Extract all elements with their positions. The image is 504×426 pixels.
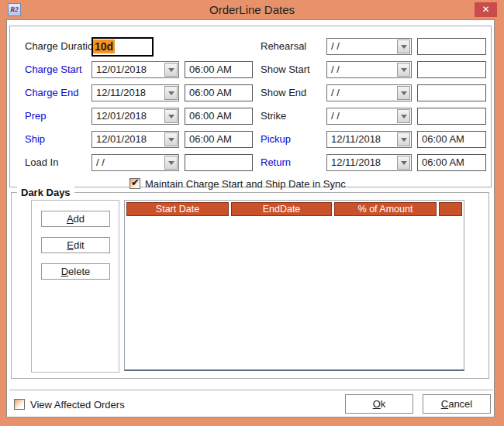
prep-label: Prep xyxy=(25,108,46,125)
chevron-down-icon[interactable] xyxy=(397,109,410,123)
prep-date-value: 12/01/2018 xyxy=(96,108,147,124)
load-in-label: Load In xyxy=(25,154,58,171)
ok-button-label: Ok xyxy=(373,395,386,413)
pickup-label: Pickup xyxy=(261,131,291,148)
orderline-dates-dialog: { "window": { "title": "OrderLine Dates"… xyxy=(0,0,504,426)
view-affected-orders-checkbox[interactable] xyxy=(14,399,25,410)
table-header-filler xyxy=(439,202,462,216)
strike-date-value: / / xyxy=(331,108,340,124)
chevron-down-icon[interactable] xyxy=(397,63,410,77)
rehearsal-time-input[interactable] xyxy=(417,38,486,55)
add-button[interactable]: Add xyxy=(41,211,110,227)
dark-days-group: Dark Days Add Edit Delete Start Date End… xyxy=(11,192,489,379)
footer-separator xyxy=(9,390,493,390)
charge-duration-input[interactable]: 10d xyxy=(91,37,154,57)
show-start-date-combo[interactable]: / / xyxy=(326,61,412,78)
cancel-button-label: Cancel xyxy=(441,395,472,413)
dates-panel: Charge Duration 10d Rehearsal / / Charge… xyxy=(9,26,492,187)
show-end-label: Show End xyxy=(261,84,306,101)
ship-time-input[interactable]: 06:00 AM xyxy=(185,131,253,148)
prep-date-combo[interactable]: 12/01/2018 xyxy=(91,108,179,125)
load-in-date-combo[interactable]: / / xyxy=(91,154,179,171)
show-start-label: Show Start xyxy=(261,61,310,78)
show-end-date-combo[interactable]: / / xyxy=(326,84,412,101)
show-start-time-input[interactable] xyxy=(417,61,486,78)
table-header-percent-amount[interactable]: % of Amount xyxy=(334,202,437,216)
cancel-button[interactable]: Cancel xyxy=(423,394,491,414)
table-header-start-date[interactable]: Start Date xyxy=(126,202,229,216)
show-end-date-value: / / xyxy=(331,85,340,101)
load-in-date-value: / / xyxy=(96,155,105,170)
show-end-time-input[interactable] xyxy=(417,84,486,101)
dark-days-legend: Dark Days xyxy=(17,187,74,198)
chevron-down-icon[interactable] xyxy=(164,156,178,170)
strike-date-combo[interactable]: / / xyxy=(326,108,412,125)
title-bar: R2 OrderLine Dates ✕ xyxy=(0,0,504,19)
delete-button-label: Delete xyxy=(61,264,91,279)
add-button-label: Add xyxy=(67,211,85,226)
chevron-down-icon[interactable] xyxy=(397,40,410,53)
edit-button-label: Edit xyxy=(67,238,84,253)
show-start-date-value: / / xyxy=(331,62,340,77)
chevron-down-icon[interactable] xyxy=(397,86,410,100)
ship-date-value: 12/01/2018 xyxy=(96,132,147,147)
chevron-down-icon[interactable] xyxy=(164,86,178,100)
strike-label: Strike xyxy=(261,108,286,125)
pickup-time-input[interactable]: 06:00 AM xyxy=(417,131,486,148)
ship-label: Ship xyxy=(25,131,45,148)
strike-time-input[interactable] xyxy=(417,108,486,125)
checkmark-icon: ✔ xyxy=(131,177,140,188)
charge-start-label: Charge Start xyxy=(25,61,82,78)
table-header-end-date[interactable]: EndDate xyxy=(231,202,332,216)
charge-start-date-value: 12/01/2018 xyxy=(96,62,147,77)
close-icon[interactable]: ✕ xyxy=(475,2,497,17)
ship-date-combo[interactable]: 12/01/2018 xyxy=(91,131,179,148)
charge-start-date-combo[interactable]: 12/01/2018 xyxy=(91,61,179,78)
charge-duration-label: Charge Duration xyxy=(25,38,98,55)
return-label: Return xyxy=(261,154,291,171)
sync-checkbox-label: Maintain Charge Start and Ship Date in S… xyxy=(145,178,346,190)
chevron-down-icon[interactable] xyxy=(397,156,410,170)
dark-days-button-panel: Add Edit Delete xyxy=(31,200,119,373)
edit-button[interactable]: Edit xyxy=(41,237,110,253)
charge-end-label: Charge End xyxy=(25,84,78,101)
charge-end-date-combo[interactable]: 12/11/2018 xyxy=(91,84,179,101)
pickup-date-value: 12/11/2018 xyxy=(331,132,381,147)
charge-duration-value: 10d xyxy=(93,40,115,53)
return-time-input[interactable]: 06:00 AM xyxy=(417,154,486,171)
sync-checkbox[interactable]: ✔ xyxy=(129,178,140,189)
chevron-down-icon[interactable] xyxy=(397,132,410,146)
window-title: OrderLine Dates xyxy=(0,0,504,19)
dark-days-table[interactable]: Start Date EndDate % of Amount xyxy=(124,200,464,371)
delete-button[interactable]: Delete xyxy=(41,263,110,280)
rehearsal-date-combo[interactable]: / / xyxy=(326,38,412,55)
return-date-value: 12/11/2018 xyxy=(331,155,381,170)
charge-end-time-input[interactable]: 06:00 AM xyxy=(185,84,253,101)
chevron-down-icon[interactable] xyxy=(164,63,178,77)
return-date-combo[interactable]: 12/11/2018 xyxy=(326,154,412,171)
load-in-time-input[interactable] xyxy=(185,154,253,171)
chevron-down-icon[interactable] xyxy=(164,109,178,123)
prep-time-input[interactable]: 06:00 AM xyxy=(185,108,253,125)
rehearsal-label: Rehearsal xyxy=(261,38,306,55)
ok-button[interactable]: Ok xyxy=(345,394,413,414)
chevron-down-icon[interactable] xyxy=(164,132,178,146)
rehearsal-date-value: / / xyxy=(331,39,340,54)
dialog-content: Charge Duration 10d Rehearsal / / Charge… xyxy=(6,19,495,417)
pickup-date-combo[interactable]: 12/11/2018 xyxy=(326,131,412,148)
charge-start-time-input[interactable]: 06:00 AM xyxy=(185,61,253,78)
charge-end-date-value: 12/11/2018 xyxy=(96,85,146,101)
view-affected-orders-label: View Affected Orders xyxy=(30,399,125,411)
